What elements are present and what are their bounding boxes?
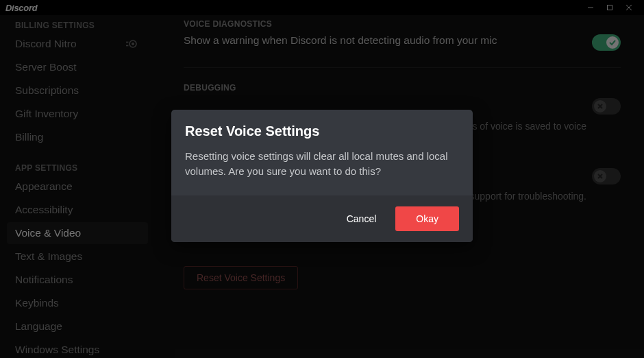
okay-button[interactable]: Okay — [395, 206, 459, 231]
modal-text: Resetting voice settings will clear all … — [185, 149, 459, 179]
modal-overlay[interactable]: Reset Voice Settings Resetting voice set… — [0, 0, 644, 358]
modal-title: Reset Voice Settings — [185, 123, 459, 139]
modal-footer: Cancel Okay — [171, 195, 473, 242]
reset-voice-settings-modal: Reset Voice Settings Resetting voice set… — [171, 110, 473, 242]
cancel-button[interactable]: Cancel — [341, 206, 382, 231]
